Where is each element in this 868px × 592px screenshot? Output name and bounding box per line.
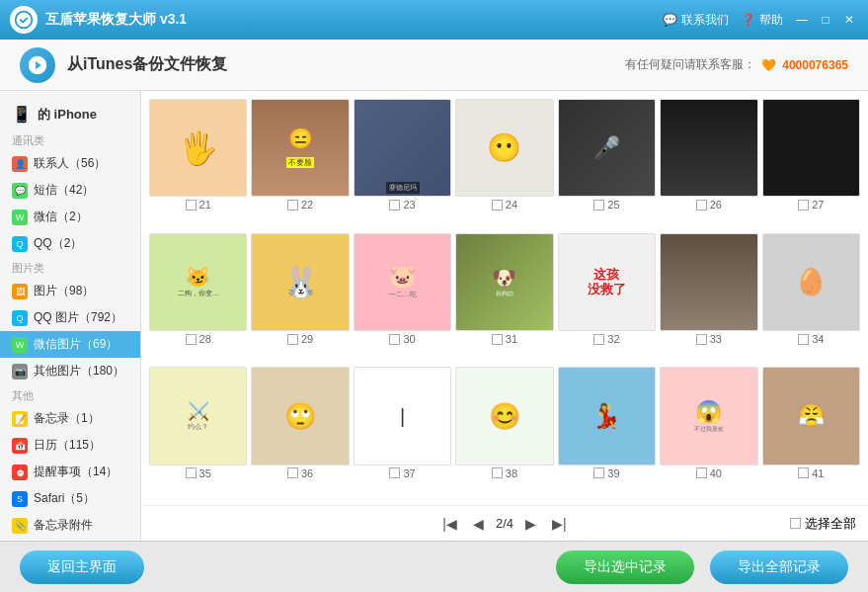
grid-image-22[interactable]: 😑不要脸 — [251, 99, 349, 197]
grid-image-33[interactable] — [660, 233, 757, 331]
list-item: ⚔️ 约么？ 35 — [149, 367, 247, 497]
checkbox-21[interactable] — [186, 200, 197, 211]
grid-image-28[interactable]: 😼 二狗，你变… — [149, 233, 247, 331]
title-bar-actions: 💬 联系我们 ❓ 帮助 — [663, 12, 783, 29]
checkbox-37[interactable] — [389, 467, 400, 478]
grid-image-39[interactable]: 💃 — [558, 367, 656, 465]
pagination: |◀ ◀ 2/4 ▶ ▶| 选择全部 — [141, 505, 868, 541]
sidebar-item-reminders[interactable]: ⏰ 提醒事项（14） — [0, 459, 140, 485]
checkbox-38[interactable] — [492, 467, 503, 478]
grid-label-25: 25 — [593, 199, 619, 211]
sidebar-item-other-photos[interactable]: 📷 其他图片（180） — [0, 358, 140, 384]
checkbox-22[interactable] — [287, 200, 298, 211]
grid-image-40[interactable]: 😱 不过我喜欢 — [660, 367, 757, 465]
grid-image-26[interactable] — [660, 99, 757, 197]
grid-image-37[interactable]: | — [354, 367, 451, 465]
contact-us-button[interactable]: 💬 联系我们 — [663, 12, 729, 29]
sidebar-item-calendar[interactable]: 📅 日历（115） — [0, 432, 140, 459]
grid-image-36[interactable]: 🙄 — [251, 367, 349, 465]
grid-image-31[interactable]: 🐶 叔狗叻 — [455, 233, 553, 331]
select-all-area[interactable]: 选择全部 — [790, 515, 856, 533]
sidebar-item-messages[interactable]: 💬 短信（42） — [0, 177, 140, 204]
grid-image-32[interactable]: 这孩没救了 — [558, 233, 656, 331]
sidebar-item-notes-attach[interactable]: 📎 备忘录附件 — [0, 512, 140, 539]
list-item: 27 — [762, 99, 860, 229]
grid-label-27: 27 — [798, 199, 824, 211]
export-selected-button[interactable]: 导出选中记录 — [556, 550, 694, 584]
sidebar-item-contacts[interactable]: 👤 联系人（56） — [0, 150, 140, 177]
checkbox-29[interactable] — [287, 334, 298, 345]
sidebar-item-wechat-attach[interactable]: W 微信附件（1） — [0, 539, 140, 541]
other-photos-icon: 📷 — [12, 364, 28, 380]
list-item: 🐶 叔狗叻 31 — [455, 233, 553, 364]
grid-label-35: 35 — [186, 467, 211, 479]
qq-icon: Q — [12, 236, 28, 252]
sidebar-item-notes[interactable]: 📝 备忘录（1） — [0, 405, 140, 432]
image-grid: 🖐 21 😑不要脸 22 — [141, 91, 868, 505]
list-item: 🥚 34 — [762, 233, 860, 364]
app-logo — [10, 6, 38, 34]
grid-image-41[interactable]: 😤 — [762, 367, 860, 465]
grid-image-27[interactable] — [762, 99, 860, 197]
list-item: 😱 不过我喜欢 40 — [660, 367, 757, 497]
grid-label-40: 40 — [696, 467, 722, 479]
grid-image-30[interactable]: 🐷 一二…吃 — [354, 233, 451, 331]
grid-label-36: 36 — [287, 467, 313, 479]
checkbox-35[interactable] — [186, 467, 197, 478]
sidebar-item-qq-photos[interactable]: Q QQ 图片（792） — [0, 304, 140, 331]
section-label-comm: 通讯类 — [0, 129, 140, 150]
sidebar-item-safari[interactable]: S Safari（5） — [0, 485, 140, 512]
close-button[interactable]: ✕ — [840, 11, 858, 29]
checkbox-27[interactable] — [798, 200, 809, 211]
checkbox-31[interactable] — [492, 334, 503, 345]
checkbox-28[interactable] — [186, 334, 197, 345]
sidebar-item-wechat-photos[interactable]: W 微信图片（69） — [0, 331, 140, 358]
checkbox-25[interactable] — [593, 200, 604, 211]
export-all-button[interactable]: 导出全部记录 — [710, 550, 848, 584]
back-button[interactable]: 返回主界面 — [20, 550, 144, 584]
sidebar-item-qq[interactable]: Q QQ（2） — [0, 230, 140, 257]
minimize-button[interactable]: — — [793, 11, 811, 29]
grid-image-29[interactable]: 🐰 — [251, 233, 349, 331]
contacts-icon: 👤 — [12, 156, 28, 172]
phone-number: 4000076365 — [782, 58, 848, 72]
checkbox-30[interactable] — [389, 334, 400, 345]
checkbox-40[interactable] — [696, 467, 707, 478]
checkbox-39[interactable] — [593, 467, 604, 478]
checkbox-24[interactable] — [492, 200, 503, 211]
grid-label-41: 41 — [798, 467, 824, 479]
list-item: 💃 39 — [558, 367, 656, 497]
checkbox-32[interactable] — [593, 334, 604, 345]
sub-header-icon — [20, 47, 55, 83]
grid-label-24: 24 — [492, 199, 517, 211]
grid-image-35[interactable]: ⚔️ 约么？ — [149, 367, 247, 465]
checkbox-41[interactable] — [798, 467, 809, 478]
list-item: | 37 — [354, 367, 451, 497]
page-info: 2/4 — [496, 516, 513, 531]
grid-image-23[interactable]: 赛德尼玛 — [354, 99, 451, 197]
grid-image-25[interactable]: 🎤 — [558, 99, 656, 197]
sidebar-item-photos[interactable]: 🖼 图片（98） — [0, 278, 140, 304]
checkbox-26[interactable] — [696, 200, 707, 211]
first-page-button[interactable]: |◀ — [438, 514, 461, 534]
grid-label-34: 34 — [798, 333, 824, 345]
grid-image-21[interactable]: 🖐 — [149, 99, 247, 197]
last-page-button[interactable]: ▶| — [548, 514, 571, 534]
grid-image-24[interactable]: 😶 — [455, 99, 553, 197]
sidebar-item-wechat[interactable]: W 微信（2） — [0, 204, 140, 230]
list-item: 这孩没救了 32 — [558, 233, 656, 364]
grid-image-38[interactable]: 😊 — [455, 367, 553, 465]
contact-info: 有任何疑问请联系客服： 🧡 4000076365 — [625, 56, 848, 73]
list-item: 😤 41 — [762, 367, 860, 497]
next-page-button[interactable]: ▶ — [521, 514, 540, 534]
checkbox-23[interactable] — [389, 200, 400, 211]
prev-page-button[interactable]: ◀ — [469, 514, 488, 534]
checkbox-33[interactable] — [696, 334, 707, 345]
checkbox-36[interactable] — [287, 467, 298, 478]
help-button[interactable]: ❓ 帮助 — [741, 12, 783, 29]
grid-image-34[interactable]: 🥚 — [762, 233, 860, 331]
wechat-photos-icon: W — [12, 337, 28, 353]
maximize-button[interactable]: □ — [817, 11, 834, 29]
checkbox-34[interactable] — [798, 334, 809, 345]
select-all-checkbox[interactable] — [790, 518, 801, 529]
